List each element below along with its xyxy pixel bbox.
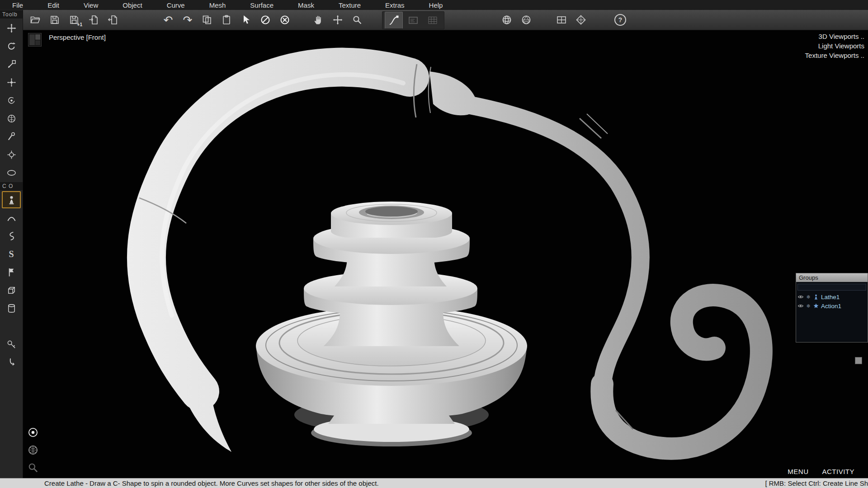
scale-tool[interactable] — [2, 56, 21, 73]
viewport-panel-links: 3D Viewports .. Light Viewports Texture … — [805, 32, 864, 60]
group-name-lathe1[interactable]: Lathe1 — [821, 294, 840, 300]
sphere-primitive-tool[interactable] — [2, 318, 21, 335]
brush-tool[interactable] — [2, 128, 21, 145]
sphere-wireframe-icon[interactable] — [498, 11, 516, 28]
arc-curve-tool[interactable] — [2, 209, 21, 226]
pivot-tool[interactable] — [2, 146, 21, 163]
viewport-label: Perspective [Front] — [49, 33, 106, 41]
diamond-grid-icon[interactable] — [572, 11, 590, 28]
hook-curve-tool[interactable] — [2, 354, 21, 371]
save-increment-label: +1 — [77, 22, 82, 27]
rotate-tool[interactable] — [2, 38, 21, 55]
grid-snap-icon[interactable] — [424, 12, 442, 29]
shading-icon-group — [478, 11, 535, 28]
zoom-icon[interactable] — [348, 11, 366, 28]
menu-surface[interactable]: Surface — [238, 1, 286, 9]
status-message: Create Lathe - Draw a C- Shape to spin a… — [0, 479, 379, 487]
restrict-icon[interactable] — [256, 11, 274, 28]
lathe-object-icon — [813, 294, 819, 300]
draw-port-icon[interactable] — [404, 12, 422, 29]
visibility-eye-icon[interactable] — [797, 294, 804, 300]
menu-extras[interactable]: Extras — [373, 1, 417, 9]
main-toolbar: +1 ↶ ↷ ? — [0, 10, 868, 30]
viewport-nav-widgets — [27, 427, 39, 474]
menu-edit[interactable]: Edit — [35, 1, 71, 9]
move-component-tool[interactable] — [2, 74, 21, 91]
redo-icon[interactable]: ↷ — [179, 11, 197, 28]
export-reference-icon[interactable] — [104, 11, 122, 28]
menu-bar: File Edit View Object Curve Mesh Surface… — [0, 0, 868, 10]
globe-rotate-icon[interactable] — [27, 444, 39, 456]
cylinder-primitive-tool[interactable] — [2, 300, 21, 317]
menu-texture[interactable]: Texture — [326, 1, 373, 9]
navigation-icon-group — [309, 11, 366, 28]
import-reference-icon[interactable] — [85, 11, 103, 28]
poly-icon-group — [552, 11, 590, 28]
pan-hand-icon[interactable] — [309, 11, 327, 28]
freeze-icon[interactable]: ❄ — [806, 294, 811, 300]
file-icon-group: +1 — [26, 11, 122, 28]
link-light-viewports[interactable]: Light Viewports — [805, 41, 864, 51]
help-icon[interactable]: ? — [611, 11, 629, 28]
viewport-overlay-buttons: MENU ACTIVITY — [788, 468, 854, 475]
activity-overlay-button[interactable]: ACTIVITY — [822, 468, 854, 475]
link-texture-viewports[interactable]: Texture Viewports .. — [805, 51, 864, 60]
viewport-canvas[interactable] — [23, 30, 868, 478]
create-objects-header: C O — [0, 182, 23, 190]
groups-filter-box[interactable] — [797, 284, 866, 291]
menu-mask[interactable]: Mask — [286, 1, 326, 9]
menu-overlay-button[interactable]: MENU — [788, 468, 808, 475]
save-icon[interactable] — [46, 11, 64, 28]
menu-curve[interactable]: Curve — [155, 1, 197, 9]
menu-view[interactable]: View — [71, 1, 110, 9]
help-group: ? — [611, 11, 629, 28]
flag-polygon-tool[interactable] — [2, 263, 21, 281]
action-star-icon — [813, 303, 819, 309]
quad-grid-icon[interactable] — [552, 11, 571, 28]
link-3d-viewports[interactable]: 3D Viewports .. — [805, 32, 864, 41]
visibility-eye-icon[interactable] — [797, 303, 804, 309]
open-file-icon[interactable] — [26, 11, 44, 28]
viewport-layout-icon[interactable] — [28, 33, 42, 47]
panel-resize-handle[interactable] — [855, 357, 862, 364]
curve-draw-icon[interactable] — [385, 12, 403, 29]
orbit-center-icon[interactable] — [27, 427, 39, 438]
zoom-widget-icon[interactable] — [27, 462, 39, 474]
sphere-shaded-icon[interactable] — [478, 11, 496, 28]
paste-icon[interactable] — [217, 11, 236, 28]
group-name-action1[interactable]: Action1 — [821, 303, 841, 310]
ellipse-tool[interactable] — [2, 164, 21, 181]
s-curve-tool[interactable]: S — [2, 245, 21, 263]
menu-mesh[interactable]: Mesh — [197, 1, 238, 9]
mode-icon-group — [382, 11, 444, 29]
cube-primitive-tool[interactable] — [2, 282, 21, 299]
status-hints: [ RMB: Select Ctrl: Create Line Sh — [765, 479, 868, 487]
groups-panel: Groups ❄ Lathe1 ❄ Action1 — [796, 273, 868, 343]
key-tool[interactable] — [2, 336, 21, 353]
viewport: Perspective [Front] 3D Viewports .. Ligh… — [23, 30, 868, 478]
save-increment-icon[interactable]: +1 — [65, 11, 83, 28]
edit-icon-group: ↶ ↷ — [159, 11, 294, 28]
left-toolbar-header: Toolb — [0, 10, 23, 19]
group-row-action1[interactable]: ❄ Action1 — [796, 301, 868, 310]
move-tool[interactable] — [2, 19, 21, 37]
select-cursor-icon[interactable] — [237, 11, 255, 28]
sphere-subdiv-icon[interactable] — [517, 11, 535, 28]
undo-icon[interactable]: ↶ — [159, 11, 177, 28]
status-bar: Create Lathe - Draw a C- Shape to spin a… — [0, 478, 868, 488]
c-curve-tool[interactable] — [2, 227, 21, 244]
copy-icon[interactable] — [198, 11, 216, 28]
groups-list: ❄ Lathe1 ❄ Action1 — [796, 284, 868, 342]
freeze-icon[interactable]: ❄ — [806, 303, 811, 309]
rotate-component-tool[interactable] — [2, 92, 21, 109]
move-view-icon[interactable] — [329, 11, 347, 28]
menu-object[interactable]: Object — [110, 1, 154, 9]
sphere-project-tool[interactable] — [2, 110, 21, 127]
menu-help[interactable]: Help — [417, 1, 455, 9]
lathe-tool[interactable] — [2, 191, 21, 208]
group-row-lathe1[interactable]: ❄ Lathe1 — [796, 292, 868, 301]
cancel-icon[interactable] — [276, 11, 294, 28]
groups-panel-title[interactable]: Groups — [796, 273, 868, 282]
left-toolbar: Toolb C O S — [0, 10, 23, 478]
menu-file[interactable]: File — [0, 1, 35, 9]
